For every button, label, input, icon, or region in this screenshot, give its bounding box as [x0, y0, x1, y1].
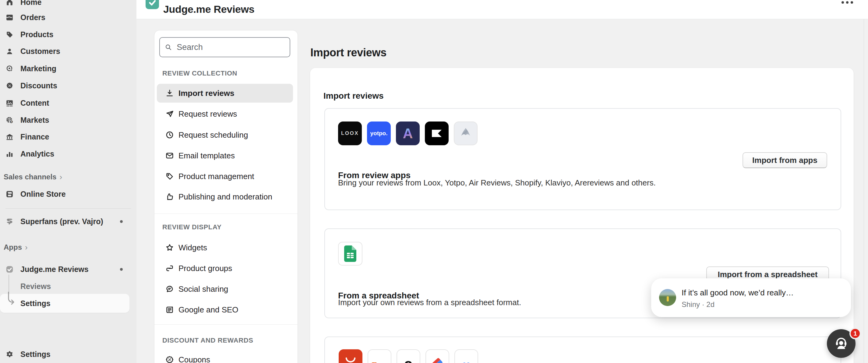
nav-item-social-sharing[interactable]: Social sharing: [157, 279, 293, 298]
sidebar-label: Discounts: [21, 81, 57, 90]
headset-agent-icon: [834, 336, 848, 351]
sidebar-item-judgeme-settings[interactable]: Settings: [0, 295, 136, 312]
sidebar-label: Marketing: [21, 64, 56, 73]
sidebar-item-marketing[interactable]: Marketing: [0, 60, 136, 77]
section-from-review-apps: LOOX yotpo. A From review apps Bring you…: [324, 108, 841, 210]
sidebar-label: Home: [21, 0, 41, 7]
sidebar-item-discounts[interactable]: Discounts: [0, 77, 136, 94]
sidebar-label: Orders: [21, 13, 45, 22]
star-icon: [165, 243, 174, 252]
sidebar-item-content[interactable]: Content: [0, 94, 136, 112]
marketplace-icons: Etsy a G ∞: [339, 349, 478, 363]
sidebar-label: Products: [21, 30, 53, 39]
page-title: Import reviews: [310, 46, 386, 59]
nav-item-import-reviews[interactable]: Import reviews: [157, 84, 293, 102]
group-label-review-display: REVIEW DISPLAY: [162, 223, 222, 231]
tag-icon: [165, 172, 174, 181]
overflow-menu-button[interactable]: [841, 1, 853, 4]
storefront-icon: [5, 190, 14, 198]
whale-tail-icon: [454, 122, 477, 145]
section-description: Import your own reviews from a spreadshe…: [338, 296, 688, 308]
discount-badge-icon: [5, 82, 14, 90]
search-icon: [165, 43, 172, 51]
meta-infinity-icon: ∞: [455, 349, 478, 363]
section-description: Bring your reviews from Loox, Yotpo, Air…: [338, 177, 688, 189]
globe-dollar-icon: $: [5, 116, 14, 124]
judgeme-app-icon: [5, 265, 14, 273]
unread-count-badge: 1: [849, 328, 861, 339]
shopify-admin: Home Orders Products Customers Marketing…: [0, 0, 868, 363]
red-bag-smile-icon: [339, 349, 363, 363]
google-shopping-tag-icon: G: [426, 349, 449, 363]
sidebar-item-analytics[interactable]: Analytics: [0, 145, 136, 162]
chat-message-meta: Shiny · 2d: [682, 300, 714, 309]
card-title: Import reviews: [323, 91, 384, 101]
amazon-icon: a: [397, 349, 420, 363]
nav-item-widgets[interactable]: Widgets: [157, 238, 293, 257]
superfans-logo-icon: [5, 217, 14, 226]
sidebar-item-customers[interactable]: Customers: [0, 42, 136, 60]
sidebar-divider: [5, 208, 131, 209]
app-title: Judge.me Reviews: [163, 3, 254, 15]
app-settings-nav: REVIEW COLLECTION Import reviews Request…: [154, 30, 298, 363]
search-input[interactable]: [176, 42, 285, 52]
nav-item-request-scheduling[interactable]: Request scheduling: [157, 125, 293, 144]
apps-header[interactable]: Apps›: [4, 239, 28, 256]
chat-message-preview[interactable]: If it’s all good now, we’d really… Shiny…: [651, 278, 851, 317]
chat-message-text: If it’s all good now, we’d really…: [682, 288, 794, 298]
coupon-badge-icon: [165, 355, 174, 363]
nav-item-product-management[interactable]: Product management: [157, 167, 293, 186]
sidebar-label: Finance: [21, 132, 49, 141]
nav-divider: [154, 213, 298, 214]
envelope-icon: [165, 151, 174, 160]
group-label-discount-rewards: DISCOUNT AND REWARDS: [162, 336, 253, 344]
nav-item-google-seo[interactable]: Google and SEO: [157, 300, 293, 319]
article-icon: [165, 305, 174, 314]
google-sheets-icon: [338, 242, 363, 266]
import-from-apps-button[interactable]: Import from apps: [743, 152, 827, 168]
target-cursor-icon: [5, 65, 14, 73]
sidebar-item-settings[interactable]: Settings: [0, 345, 136, 363]
avatar: [659, 289, 676, 306]
chevron-right-icon: ›: [25, 243, 28, 252]
nav-item-request-reviews[interactable]: Request reviews: [157, 104, 293, 123]
sidebar-item-judgeme-reviews[interactable]: Reviews: [0, 278, 136, 295]
sales-channels-header[interactable]: Sales channels›: [4, 169, 62, 185]
sidebar-item-markets[interactable]: $ Markets: [0, 112, 136, 128]
thumbs-up-icon: [165, 192, 174, 201]
sidebar-item-orders[interactable]: Orders: [0, 9, 136, 26]
klaviyo-flag-icon: [425, 122, 448, 145]
yotpo-icon: yotpo.: [367, 122, 391, 145]
image-icon: [5, 99, 14, 107]
nav-item-email-templates[interactable]: Email templates: [157, 146, 293, 165]
svg-text:$: $: [11, 120, 12, 123]
search-box[interactable]: [159, 37, 290, 57]
sidebar-item-judgeme[interactable]: Judge.me Reviews: [0, 261, 136, 278]
sidebar-label: Judge.me Reviews: [21, 265, 89, 274]
group-link-icon: [165, 264, 174, 273]
sidebar-label: Content: [21, 99, 49, 108]
group-label-review-collection: REVIEW COLLECTION: [162, 69, 237, 77]
sidebar-label: Online Store: [21, 190, 66, 199]
nav-item-product-groups[interactable]: Product groups: [157, 259, 293, 278]
sidebar-label: Analytics: [21, 150, 54, 158]
admin-sidebar: Home Orders Products Customers Marketing…: [0, 0, 136, 363]
home-icon: [5, 0, 14, 6]
judgeme-logo-icon: [146, 0, 159, 9]
scrollbar-track[interactable]: [864, 19, 864, 363]
download-icon: [165, 89, 174, 97]
import-reviews-card: Import reviews LOOX yotpo. A From review…: [310, 68, 854, 363]
sidebar-label: Settings: [21, 350, 51, 359]
bank-icon: [5, 133, 14, 141]
gear-icon: [5, 350, 14, 358]
sidebar-item-products[interactable]: Products: [0, 26, 136, 43]
nav-item-publishing-moderation[interactable]: Publishing and moderation: [157, 187, 293, 206]
sidebar-label: Markets: [21, 116, 49, 125]
sidebar-item-superfans[interactable]: Superfans (prev. Vajro): [0, 213, 136, 230]
sidebar-item-online-store[interactable]: Online Store: [0, 185, 136, 203]
app-header: Judge.me Reviews: [136, 0, 868, 19]
nav-divider: [154, 324, 298, 325]
chat-bubble-icon: [165, 285, 174, 293]
nav-item-coupons[interactable]: Coupons: [157, 350, 293, 363]
sidebar-item-finance[interactable]: Finance: [0, 128, 136, 145]
